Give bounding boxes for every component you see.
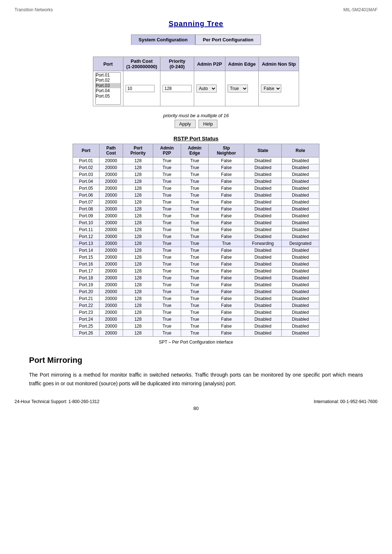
table-row: Port.0620000128TrueTrueFalseDisabledDisa… bbox=[73, 192, 319, 199]
footer: 24-Hour Technical Support: 1-800-260-131… bbox=[15, 399, 377, 404]
page-title: Spanning Tree bbox=[169, 20, 224, 28]
apply-button[interactable]: Apply bbox=[175, 120, 196, 128]
table-row: Port.1020000128TrueTrueFalseDisabledDisa… bbox=[73, 219, 319, 226]
table-row: Port.2320000128TrueTrueFalseDisabledDisa… bbox=[73, 309, 319, 316]
page-number: 80 bbox=[15, 406, 377, 411]
rstp-col-state: State bbox=[244, 144, 282, 157]
port-select[interactable]: Port.01 Port.02 Port.03 Port.04 Port.05 bbox=[95, 72, 121, 105]
table-row: Port.0420000128TrueTrueFalseDisabledDisa… bbox=[73, 178, 319, 185]
table-row: Port.0920000128TrueTrueFalseDisabledDisa… bbox=[73, 213, 319, 219]
tab-per-port-configuration[interactable]: Per Port Configuration bbox=[195, 34, 261, 45]
company-name: Transition Networks bbox=[15, 7, 53, 12]
col-path-cost: Path Cost(1-200000000) bbox=[123, 57, 160, 71]
rstp-col-path-cost: PathCost bbox=[99, 144, 123, 157]
page-header: Transition Networks MIL-SM2401MAF bbox=[15, 7, 377, 12]
table-row: Port.2220000128TrueTrueFalseDisabledDisa… bbox=[73, 302, 319, 309]
rstp-col-stp-neighbor: StpNeighbor bbox=[209, 144, 244, 157]
rstp-col-admin-edge: AdminEdge bbox=[181, 144, 209, 157]
apply-help-row: Apply Help bbox=[15, 120, 377, 128]
admin-non-stp-select[interactable]: False True bbox=[261, 85, 281, 93]
admin-edge-select[interactable]: True False bbox=[228, 85, 248, 93]
admin-p2p-cell[interactable]: Auto True False bbox=[194, 71, 225, 106]
priority-note: priority must be a multiple of 16 bbox=[15, 113, 377, 118]
table-row: Port.1320000128TrueTrueTrueForwardingDes… bbox=[73, 240, 319, 247]
table-row: Port.2420000128TrueTrueFalseDisabledDisa… bbox=[73, 316, 319, 323]
model-number: MIL-SM2401MAF bbox=[343, 7, 377, 12]
admin-non-stp-cell[interactable]: False True bbox=[259, 71, 299, 106]
table-row: Port.2120000128TrueTrueFalseDisabledDisa… bbox=[73, 295, 319, 302]
rstp-table: Port PathCost PortPriority AdminP2P Admi… bbox=[73, 144, 319, 337]
table-row: Port.0320000128TrueTrueFalseDisabledDisa… bbox=[73, 171, 319, 178]
table-row: Port.0720000128TrueTrueFalseDisabledDisa… bbox=[73, 199, 319, 206]
table-row: Port.0120000128TrueTrueFalseDisabledDisa… bbox=[73, 157, 319, 164]
col-admin-non-stp: Admin Non Stp bbox=[259, 57, 299, 71]
rstp-col-role: Role bbox=[282, 144, 319, 157]
table-row: Port.1720000128TrueTrueFalseDisabledDisa… bbox=[73, 268, 319, 275]
rstp-col-port-priority: PortPriority bbox=[123, 144, 153, 157]
table-row: Port.1120000128TrueTrueFalseDisabledDisa… bbox=[73, 226, 319, 233]
rstp-col-admin-p2p: AdminP2P bbox=[153, 144, 181, 157]
table-row: Port.0820000128TrueTrueFalseDisabledDisa… bbox=[73, 206, 319, 213]
rstp-title: RSTP Port Status bbox=[15, 135, 377, 141]
table-row: Port.0520000128TrueTrueFalseDisabledDisa… bbox=[73, 185, 319, 192]
table-row: Port.1220000128TrueTrueFalseDisabledDisa… bbox=[73, 233, 319, 240]
table-row: Port.1420000128TrueTrueFalseDisabledDisa… bbox=[73, 247, 319, 254]
rstp-col-port: Port bbox=[73, 144, 99, 157]
port-mirroring-title: Port Mirroring bbox=[29, 356, 377, 365]
admin-edge-cell[interactable]: True False bbox=[225, 71, 259, 106]
table-row: Port.2020000128TrueTrueFalseDisabledDisa… bbox=[73, 288, 319, 295]
table-row: Port.1920000128TrueTrueFalseDisabledDisa… bbox=[73, 282, 319, 288]
spt-note: SPT – Per Port Configuration interface bbox=[15, 340, 377, 345]
table-row: Port.1820000128TrueTrueFalseDisabledDisa… bbox=[73, 275, 319, 282]
col-priority: Priority(0-240) bbox=[160, 57, 194, 71]
table-row: Port.1520000128TrueTrueFalseDisabledDisa… bbox=[73, 254, 319, 261]
table-row: Port.2620000128TrueTrueFalseDisabledDisa… bbox=[73, 330, 319, 337]
footer-right: International: 00-1-952-941-7600 bbox=[314, 399, 377, 404]
col-admin-p2p: Admin P2P bbox=[194, 57, 225, 71]
tab-system-configuration[interactable]: System Configuration bbox=[131, 34, 195, 45]
table-row: Port.2520000128TrueTrueFalseDisabledDisa… bbox=[73, 323, 319, 330]
tabs-container: System Configuration Per Port Configurat… bbox=[131, 34, 261, 45]
path-cost-cell[interactable] bbox=[123, 71, 160, 106]
path-cost-input[interactable] bbox=[126, 85, 155, 92]
table-row: Port.1620000128TrueTrueFalseDisabledDisa… bbox=[73, 261, 319, 268]
col-port: Port bbox=[93, 57, 123, 71]
footer-left: 24-Hour Technical Support: 1-800-260-131… bbox=[15, 399, 99, 404]
config-table: Port Path Cost(1-200000000) Priority(0-2… bbox=[93, 57, 299, 106]
help-button[interactable]: Help bbox=[199, 120, 218, 128]
port-select-cell[interactable]: Port.01 Port.02 Port.03 Port.04 Port.05 bbox=[93, 71, 123, 106]
col-admin-edge: Admin Edge bbox=[225, 57, 259, 71]
priority-input[interactable] bbox=[163, 85, 192, 92]
admin-p2p-select[interactable]: Auto True False bbox=[196, 85, 217, 93]
table-row: Port.0220000128TrueTrueFalseDisabledDisa… bbox=[73, 164, 319, 171]
priority-cell[interactable] bbox=[160, 71, 194, 106]
port-mirroring-description: The Port mirroring is a method for monit… bbox=[29, 371, 363, 388]
